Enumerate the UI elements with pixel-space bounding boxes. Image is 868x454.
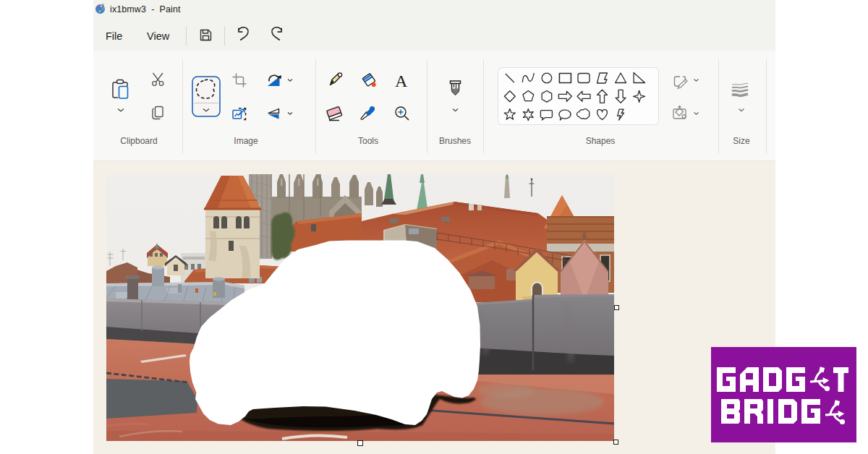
- svg-text:A: A: [395, 72, 408, 90]
